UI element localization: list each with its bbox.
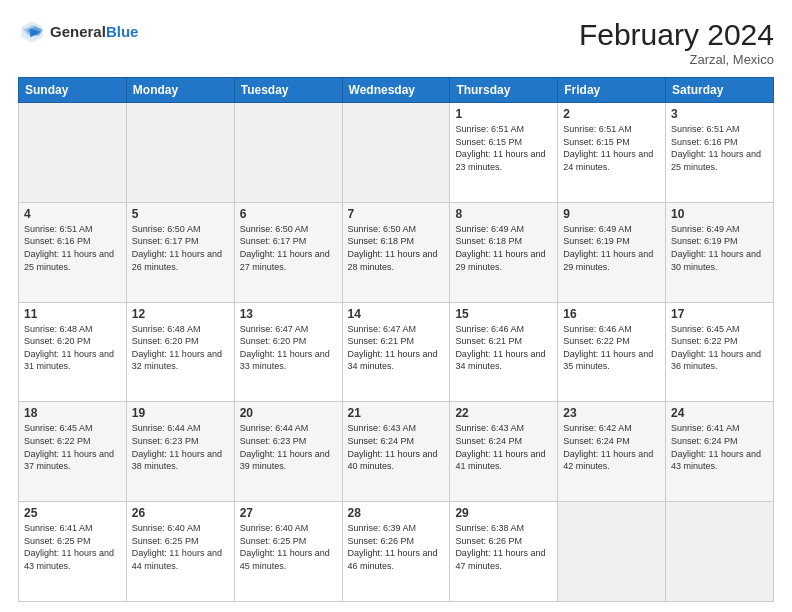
day-number: 11 xyxy=(24,307,121,321)
day-number: 18 xyxy=(24,406,121,420)
table-row: 2Sunrise: 6:51 AM Sunset: 6:15 PM Daylig… xyxy=(558,103,666,203)
table-row xyxy=(342,103,450,203)
table-row: 5Sunrise: 6:50 AM Sunset: 6:17 PM Daylig… xyxy=(126,202,234,302)
day-number: 1 xyxy=(455,107,552,121)
table-row: 1Sunrise: 6:51 AM Sunset: 6:15 PM Daylig… xyxy=(450,103,558,203)
header: GeneralBlue February 2024 Zarzal, Mexico xyxy=(18,18,774,67)
calendar-header-row: Sunday Monday Tuesday Wednesday Thursday… xyxy=(19,78,774,103)
day-number: 19 xyxy=(132,406,229,420)
day-info: Sunrise: 6:50 AM Sunset: 6:17 PM Dayligh… xyxy=(240,223,337,273)
day-info: Sunrise: 6:43 AM Sunset: 6:24 PM Dayligh… xyxy=(455,422,552,472)
day-info: Sunrise: 6:49 AM Sunset: 6:19 PM Dayligh… xyxy=(671,223,768,273)
day-number: 3 xyxy=(671,107,768,121)
day-number: 15 xyxy=(455,307,552,321)
day-info: Sunrise: 6:46 AM Sunset: 6:21 PM Dayligh… xyxy=(455,323,552,373)
day-info: Sunrise: 6:44 AM Sunset: 6:23 PM Dayligh… xyxy=(240,422,337,472)
day-info: Sunrise: 6:51 AM Sunset: 6:15 PM Dayligh… xyxy=(455,123,552,173)
table-row: 9Sunrise: 6:49 AM Sunset: 6:19 PM Daylig… xyxy=(558,202,666,302)
col-sunday: Sunday xyxy=(19,78,127,103)
logo-general: General xyxy=(50,23,106,40)
calendar-week-row: 18Sunrise: 6:45 AM Sunset: 6:22 PM Dayli… xyxy=(19,402,774,502)
day-number: 12 xyxy=(132,307,229,321)
day-info: Sunrise: 6:47 AM Sunset: 6:20 PM Dayligh… xyxy=(240,323,337,373)
table-row: 27Sunrise: 6:40 AM Sunset: 6:25 PM Dayli… xyxy=(234,502,342,602)
day-number: 28 xyxy=(348,506,445,520)
location: Zarzal, Mexico xyxy=(579,52,774,67)
day-number: 26 xyxy=(132,506,229,520)
table-row: 7Sunrise: 6:50 AM Sunset: 6:18 PM Daylig… xyxy=(342,202,450,302)
table-row xyxy=(126,103,234,203)
day-number: 25 xyxy=(24,506,121,520)
day-info: Sunrise: 6:47 AM Sunset: 6:21 PM Dayligh… xyxy=(348,323,445,373)
col-monday: Monday xyxy=(126,78,234,103)
day-number: 29 xyxy=(455,506,552,520)
table-row: 17Sunrise: 6:45 AM Sunset: 6:22 PM Dayli… xyxy=(666,302,774,402)
table-row: 15Sunrise: 6:46 AM Sunset: 6:21 PM Dayli… xyxy=(450,302,558,402)
table-row: 26Sunrise: 6:40 AM Sunset: 6:25 PM Dayli… xyxy=(126,502,234,602)
table-row xyxy=(19,103,127,203)
day-number: 4 xyxy=(24,207,121,221)
col-wednesday: Wednesday xyxy=(342,78,450,103)
table-row: 29Sunrise: 6:38 AM Sunset: 6:26 PM Dayli… xyxy=(450,502,558,602)
day-info: Sunrise: 6:51 AM Sunset: 6:16 PM Dayligh… xyxy=(671,123,768,173)
calendar-table: Sunday Monday Tuesday Wednesday Thursday… xyxy=(18,77,774,602)
page: GeneralBlue February 2024 Zarzal, Mexico… xyxy=(0,0,792,612)
table-row: 19Sunrise: 6:44 AM Sunset: 6:23 PM Dayli… xyxy=(126,402,234,502)
day-number: 10 xyxy=(671,207,768,221)
day-number: 2 xyxy=(563,107,660,121)
day-number: 24 xyxy=(671,406,768,420)
table-row: 18Sunrise: 6:45 AM Sunset: 6:22 PM Dayli… xyxy=(19,402,127,502)
calendar-week-row: 4Sunrise: 6:51 AM Sunset: 6:16 PM Daylig… xyxy=(19,202,774,302)
day-info: Sunrise: 6:41 AM Sunset: 6:25 PM Dayligh… xyxy=(24,522,121,572)
day-info: Sunrise: 6:39 AM Sunset: 6:26 PM Dayligh… xyxy=(348,522,445,572)
day-number: 13 xyxy=(240,307,337,321)
table-row xyxy=(666,502,774,602)
table-row: 6Sunrise: 6:50 AM Sunset: 6:17 PM Daylig… xyxy=(234,202,342,302)
day-info: Sunrise: 6:43 AM Sunset: 6:24 PM Dayligh… xyxy=(348,422,445,472)
day-info: Sunrise: 6:46 AM Sunset: 6:22 PM Dayligh… xyxy=(563,323,660,373)
month-title: February 2024 xyxy=(579,18,774,52)
day-info: Sunrise: 6:48 AM Sunset: 6:20 PM Dayligh… xyxy=(132,323,229,373)
day-info: Sunrise: 6:50 AM Sunset: 6:17 PM Dayligh… xyxy=(132,223,229,273)
day-number: 21 xyxy=(348,406,445,420)
day-number: 7 xyxy=(348,207,445,221)
day-info: Sunrise: 6:49 AM Sunset: 6:18 PM Dayligh… xyxy=(455,223,552,273)
day-number: 23 xyxy=(563,406,660,420)
day-info: Sunrise: 6:51 AM Sunset: 6:16 PM Dayligh… xyxy=(24,223,121,273)
table-row: 4Sunrise: 6:51 AM Sunset: 6:16 PM Daylig… xyxy=(19,202,127,302)
title-area: February 2024 Zarzal, Mexico xyxy=(579,18,774,67)
day-number: 9 xyxy=(563,207,660,221)
table-row: 3Sunrise: 6:51 AM Sunset: 6:16 PM Daylig… xyxy=(666,103,774,203)
table-row xyxy=(234,103,342,203)
logo-blue: Blue xyxy=(106,23,139,40)
table-row: 13Sunrise: 6:47 AM Sunset: 6:20 PM Dayli… xyxy=(234,302,342,402)
day-number: 16 xyxy=(563,307,660,321)
day-info: Sunrise: 6:40 AM Sunset: 6:25 PM Dayligh… xyxy=(240,522,337,572)
table-row: 20Sunrise: 6:44 AM Sunset: 6:23 PM Dayli… xyxy=(234,402,342,502)
logo-text: GeneralBlue xyxy=(50,23,138,41)
day-number: 5 xyxy=(132,207,229,221)
day-info: Sunrise: 6:44 AM Sunset: 6:23 PM Dayligh… xyxy=(132,422,229,472)
day-info: Sunrise: 6:48 AM Sunset: 6:20 PM Dayligh… xyxy=(24,323,121,373)
logo: GeneralBlue xyxy=(18,18,138,46)
table-row: 21Sunrise: 6:43 AM Sunset: 6:24 PM Dayli… xyxy=(342,402,450,502)
table-row xyxy=(558,502,666,602)
day-number: 20 xyxy=(240,406,337,420)
calendar-week-row: 1Sunrise: 6:51 AM Sunset: 6:15 PM Daylig… xyxy=(19,103,774,203)
day-info: Sunrise: 6:40 AM Sunset: 6:25 PM Dayligh… xyxy=(132,522,229,572)
table-row: 23Sunrise: 6:42 AM Sunset: 6:24 PM Dayli… xyxy=(558,402,666,502)
table-row: 22Sunrise: 6:43 AM Sunset: 6:24 PM Dayli… xyxy=(450,402,558,502)
day-number: 17 xyxy=(671,307,768,321)
col-saturday: Saturday xyxy=(666,78,774,103)
table-row: 25Sunrise: 6:41 AM Sunset: 6:25 PM Dayli… xyxy=(19,502,127,602)
table-row: 24Sunrise: 6:41 AM Sunset: 6:24 PM Dayli… xyxy=(666,402,774,502)
table-row: 16Sunrise: 6:46 AM Sunset: 6:22 PM Dayli… xyxy=(558,302,666,402)
day-info: Sunrise: 6:45 AM Sunset: 6:22 PM Dayligh… xyxy=(24,422,121,472)
col-friday: Friday xyxy=(558,78,666,103)
day-number: 8 xyxy=(455,207,552,221)
calendar-week-row: 25Sunrise: 6:41 AM Sunset: 6:25 PM Dayli… xyxy=(19,502,774,602)
logo-icon xyxy=(18,18,46,46)
day-info: Sunrise: 6:42 AM Sunset: 6:24 PM Dayligh… xyxy=(563,422,660,472)
col-thursday: Thursday xyxy=(450,78,558,103)
table-row: 11Sunrise: 6:48 AM Sunset: 6:20 PM Dayli… xyxy=(19,302,127,402)
